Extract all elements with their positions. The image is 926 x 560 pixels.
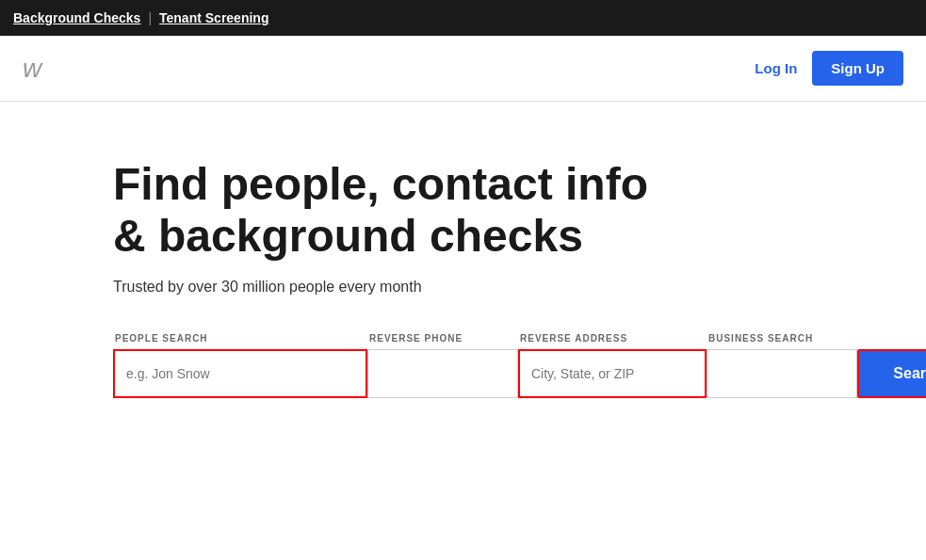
business-search-tab[interactable]: BUSINESS SEARCH — [707, 333, 857, 344]
search-section: PEOPLE SEARCH REVERSE PHONE REVERSE ADDR… — [113, 333, 813, 398]
location-input[interactable] — [518, 349, 707, 398]
name-input[interactable] — [113, 349, 367, 398]
search-button[interactable]: Search — [857, 349, 926, 398]
header: w Log In Sign Up — [0, 36, 926, 102]
background-checks-link[interactable]: Background Checks — [13, 10, 140, 25]
top-bar-links: Background Checks | Tenant Screening — [13, 10, 268, 25]
search-button-col: - Search — [857, 333, 926, 398]
signup-button[interactable]: Sign Up — [812, 51, 903, 86]
search-form: PEOPLE SEARCH REVERSE PHONE REVERSE ADDR… — [113, 333, 813, 398]
main-content: Find people, contact info & background c… — [0, 102, 926, 455]
page-headline: Find people, contact info & background c… — [113, 158, 678, 262]
reverse-phone-tab[interactable]: REVERSE PHONE — [367, 333, 518, 344]
business-search-col: BUSINESS SEARCH — [707, 333, 857, 398]
people-search-col: PEOPLE SEARCH — [113, 333, 367, 398]
top-bar: Background Checks | Tenant Screening — [0, 0, 926, 36]
reverse-address-col: REVERSE ADDRESS — [518, 333, 707, 398]
reverse-address-tab[interactable]: REVERSE ADDRESS — [518, 333, 707, 344]
phone-input[interactable] — [367, 349, 518, 398]
people-search-tab[interactable]: PEOPLE SEARCH — [113, 333, 367, 344]
business-input[interactable] — [707, 349, 857, 398]
logo: w — [23, 54, 41, 84]
top-bar-divider: | — [148, 10, 152, 25]
header-actions: Log In Sign Up — [755, 51, 903, 86]
reverse-phone-col: REVERSE PHONE — [367, 333, 518, 398]
tenant-screening-link[interactable]: Tenant Screening — [159, 10, 268, 25]
login-link[interactable]: Log In — [755, 60, 797, 76]
page-subtext: Trusted by over 30 million people every … — [113, 279, 813, 296]
